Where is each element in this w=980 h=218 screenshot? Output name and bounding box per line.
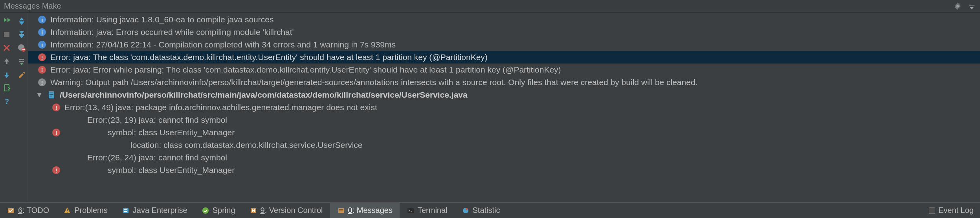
- file-node[interactable]: ▼ /Users/archinnovinfo/perso/killrchat/s…: [28, 89, 980, 101]
- tab-event-log[interactable]: Event Log: [923, 203, 980, 218]
- tab-messages[interactable]: 0: Messages: [330, 203, 400, 218]
- tab-label: Problems: [74, 206, 107, 215]
- blank: [17, 96, 26, 106]
- svg-point-17: [202, 207, 209, 214]
- message-text: Warning: Output path /Users/archinnovinf…: [50, 78, 697, 87]
- message-row[interactable]: ! symbol: class UserEntity_Manager: [28, 126, 980, 139]
- message-text: symbol: class UserEntity_Manager: [64, 128, 235, 137]
- javaee-icon: [122, 207, 130, 214]
- svg-rect-12: [67, 209, 68, 211]
- error-icon: !: [52, 128, 61, 137]
- file-icon: [47, 91, 56, 99]
- spring-icon: [202, 207, 209, 214]
- tab-statistic[interactable]: Statistic: [455, 203, 507, 218]
- message-row[interactable]: ! symbol: class UserEntity_Manager: [28, 164, 980, 176]
- tab-label: 9: Version Control: [261, 206, 323, 215]
- svg-rect-14: [123, 208, 128, 213]
- message-text: Information: 27/04/16 22:14 - Compilatio…: [50, 40, 396, 49]
- hide-warnings-icon[interactable]: [17, 43, 26, 53]
- messages-toolbar: ?: [0, 13, 28, 202]
- spacer: [507, 203, 923, 218]
- panel-title: Messages Make: [4, 2, 953, 11]
- message-row[interactable]: location: class com.datastax.demo.killrc…: [28, 139, 980, 151]
- error-icon: !: [38, 53, 46, 62]
- tab-terminal[interactable]: Terminal: [400, 203, 455, 218]
- warning-icon: !: [38, 78, 46, 87]
- tab-label: Statistic: [473, 206, 500, 215]
- tab-label: Terminal: [418, 206, 448, 215]
- svg-rect-9: [50, 94, 53, 95]
- tab-label: 6: TODO: [18, 206, 49, 215]
- svg-rect-16: [124, 211, 127, 212]
- message-row[interactable]: i Information: Using javac 1.8.0_60-ea t…: [28, 13, 980, 26]
- message-text: Error:(26, 24) java: cannot find symbol: [87, 153, 227, 162]
- svg-rect-20: [339, 209, 343, 210]
- message-text: Information: Using javac 1.8.0_60-ea to …: [50, 15, 273, 24]
- message-row[interactable]: Error:(26, 24) java: cannot find symbol: [28, 151, 980, 164]
- error-icon: !: [52, 166, 61, 174]
- tab-label: Java Enterprise: [133, 206, 187, 215]
- tab-label: Event Log: [938, 206, 974, 215]
- svg-rect-13: [67, 212, 68, 213]
- tab-problems[interactable]: Problems: [56, 203, 114, 218]
- rerun-icon[interactable]: [2, 16, 11, 26]
- message-text: Error:(13, 49) java: package info.archin…: [64, 103, 377, 112]
- help-icon[interactable]: ?: [2, 96, 11, 106]
- vcs-icon: [250, 207, 257, 214]
- expand-all-icon[interactable]: [17, 16, 26, 26]
- message-text: Error:(23, 19) java: cannot find symbol: [87, 115, 227, 125]
- settings-icon[interactable]: [17, 70, 26, 79]
- message-row[interactable]: ! Error: java: The class 'com.datastax.d…: [28, 51, 980, 64]
- gear-icon[interactable]: [953, 2, 962, 11]
- stop-icon[interactable]: [2, 30, 11, 39]
- message-text: Error: java: Error while parsing: The cl…: [50, 65, 561, 74]
- svg-rect-4: [22, 49, 25, 50]
- message-row[interactable]: i Information: 27/04/16 22:14 - Compilat…: [28, 38, 980, 51]
- svg-rect-1: [4, 32, 9, 37]
- message-row[interactable]: Error:(23, 19) java: cannot find symbol: [28, 114, 980, 126]
- message-row[interactable]: ! Warning: Output path /Users/archinnovi…: [28, 76, 980, 89]
- message-row[interactable]: i Information: java: Errors occurred whi…: [28, 26, 980, 38]
- terminal-icon: [407, 207, 415, 214]
- tab-version-control[interactable]: 9: Version Control: [242, 203, 330, 218]
- tab-label: Spring: [213, 206, 235, 215]
- message-row[interactable]: ! Error: java: Error while parsing: The …: [28, 64, 980, 76]
- eventlog-icon: [929, 207, 935, 214]
- problems-icon: [63, 207, 71, 214]
- todo-icon: [7, 207, 15, 214]
- panel-titlebar: Messages Make: [0, 0, 980, 13]
- toolwindow-bar: 6: TODO Problems Java Enterprise Spring …: [0, 202, 980, 218]
- info-icon: i: [38, 15, 46, 24]
- tab-todo[interactable]: 6: TODO: [0, 203, 56, 218]
- panel-titlebar-actions: [953, 2, 976, 11]
- up-icon[interactable]: [2, 56, 11, 66]
- close-icon[interactable]: [2, 43, 11, 53]
- statistic-icon: [462, 207, 470, 214]
- collapse-all-icon[interactable]: [17, 30, 26, 39]
- message-row[interactable]: ! Error:(13, 49) java: package info.arch…: [28, 101, 980, 114]
- svg-text:?: ?: [5, 98, 9, 105]
- messages-icon: [337, 207, 345, 214]
- svg-rect-22: [407, 208, 414, 213]
- message-text: location: class com.datastax.demo.killrc…: [130, 140, 363, 150]
- tab-label: 0: Messages: [348, 206, 393, 215]
- error-icon: !: [52, 103, 61, 112]
- caret-down-icon: ▼: [35, 91, 43, 99]
- svg-rect-15: [124, 209, 127, 210]
- message-text: symbol: class UserEntity_Manager: [64, 165, 235, 175]
- message-text: Information: java: Errors occurred while…: [50, 27, 294, 37]
- error-icon: !: [38, 65, 46, 74]
- blank: [17, 83, 26, 93]
- svg-rect-10: [50, 96, 52, 96]
- hide-panel-icon[interactable]: [967, 2, 976, 11]
- export-icon[interactable]: [2, 83, 11, 93]
- tab-spring[interactable]: Spring: [195, 203, 242, 218]
- messages-tree[interactable]: i Information: Using javac 1.8.0_60-ea t…: [28, 13, 980, 202]
- panel-body: ? i Information: Using javac 1.8.0_60-ea…: [0, 13, 980, 202]
- info-icon: i: [38, 28, 46, 36]
- svg-rect-21: [339, 211, 343, 211]
- autoscroll-icon[interactable]: [17, 56, 26, 66]
- tab-java-enterprise[interactable]: Java Enterprise: [115, 203, 195, 218]
- message-text: Error: java: The class 'com.datastax.dem…: [50, 53, 488, 62]
- down-icon[interactable]: [2, 70, 11, 79]
